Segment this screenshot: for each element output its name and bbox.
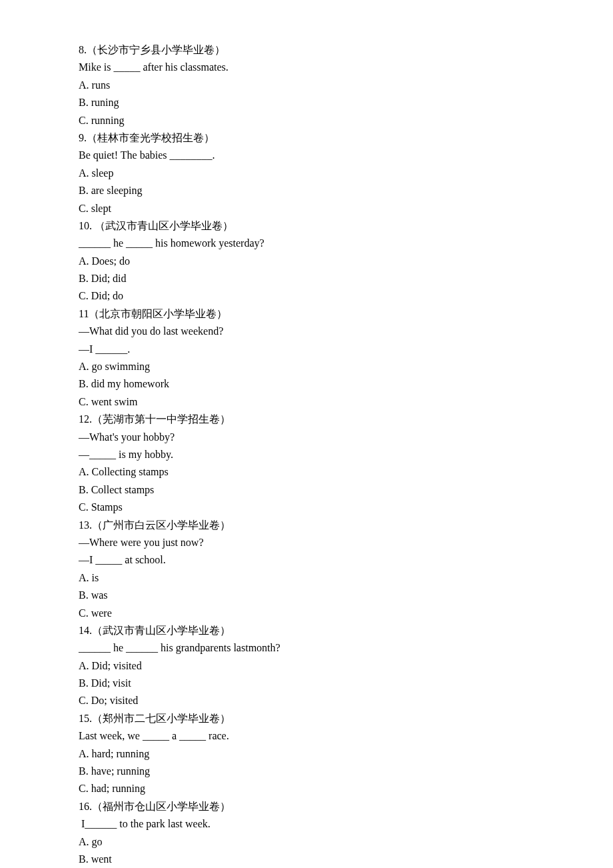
option: B. have; running — [79, 763, 613, 780]
question-stem: I______ to the park last week. — [79, 815, 613, 833]
option: A. hard; running — [79, 745, 613, 763]
option: B. was — [79, 587, 613, 604]
content-area: 8.（长沙市宁乡县小学毕业卷）Mike is _____ after his c… — [79, 41, 613, 868]
question-header: 13.（广州市白云区小学毕业卷） — [79, 517, 613, 534]
question-10: 10. （武汉市青山区小学毕业卷）______ he _____ his hom… — [79, 217, 613, 305]
question-header: 10. （武汉市青山区小学毕业卷） — [79, 217, 613, 235]
question-stem: Last week, we _____ a _____ race. — [79, 727, 613, 745]
question-header: 14.（武汉市青山区小学毕业卷） — [79, 622, 613, 639]
question-13: 13.（广州市白云区小学毕业卷）—Where were you just now… — [79, 517, 613, 622]
question-header: 8.（长沙市宁乡县小学毕业卷） — [79, 41, 613, 59]
option: C. went swim — [79, 393, 613, 411]
option: C. Do; visited — [79, 692, 613, 709]
option: C. were — [79, 605, 613, 622]
document-page: 8.（长沙市宁乡县小学毕业卷）Mike is _____ after his c… — [0, 0, 613, 868]
option: A. runs — [79, 77, 613, 94]
question-11: 11（北京市朝阳区小学毕业卷）—What did you do last wee… — [79, 305, 613, 411]
option: C. slept — [79, 200, 613, 217]
question-stem: —_____ is my hobby. — [79, 446, 613, 463]
option: C. running — [79, 112, 613, 129]
question-stem: ______ he ______ his grandparents lastmo… — [79, 639, 613, 657]
option: B. Collect stamps — [79, 481, 613, 499]
option: A. go — [79, 833, 613, 851]
question-16: 16.（福州市仓山区小学毕业卷） I______ to the park las… — [79, 798, 613, 868]
option: B. runing — [79, 94, 613, 111]
option: B. Did; did — [79, 270, 613, 287]
option: C. had; running — [79, 780, 613, 797]
question-header: 15.（郑州市二七区小学毕业卷） — [79, 710, 613, 727]
question-stem: —What did you do last weekend? — [79, 323, 613, 340]
option: C. Stamps — [79, 499, 613, 516]
question-header: 11（北京市朝阳区小学毕业卷） — [79, 305, 613, 323]
option: A. Collecting stamps — [79, 463, 613, 481]
question-8: 8.（长沙市宁乡县小学毕业卷）Mike is _____ after his c… — [79, 41, 613, 129]
question-header: 9.（桂林市奎光学校招生卷） — [79, 129, 613, 147]
question-stem: —I _____ at school. — [79, 551, 613, 569]
question-stem: —What's your hobby? — [79, 429, 613, 446]
option: A. go swimming — [79, 358, 613, 375]
option: A. is — [79, 569, 613, 587]
option: A. Does; do — [79, 253, 613, 270]
option: B. are sleeping — [79, 182, 613, 199]
question-header: 16.（福州市仓山区小学毕业卷） — [79, 798, 613, 815]
option: B. Did; visit — [79, 675, 613, 692]
question-stem: —Where were you just now? — [79, 534, 613, 551]
question-stem: —I ______. — [79, 341, 613, 358]
question-14: 14.（武汉市青山区小学毕业卷）______ he ______ his gra… — [79, 622, 613, 710]
question-stem: Mike is _____ after his classmates. — [79, 59, 613, 76]
option: A. sleep — [79, 165, 613, 182]
question-stem: ______ he _____ his homework yesterday? — [79, 235, 613, 252]
question-header: 12.（芜湖市第十一中学招生卷） — [79, 411, 613, 428]
option: C. Did; do — [79, 287, 613, 305]
question-stem: Be quiet! The babies ________. — [79, 147, 613, 164]
option: A. Did; visited — [79, 657, 613, 675]
option: B. went — [79, 851, 613, 868]
option: B. did my homework — [79, 375, 613, 393]
question-9: 9.（桂林市奎光学校招生卷）Be quiet! The babies _____… — [79, 129, 613, 217]
question-15: 15.（郑州市二七区小学毕业卷）Last week, we _____ a __… — [79, 710, 613, 798]
question-12: 12.（芜湖市第十一中学招生卷）—What's your hobby?—____… — [79, 411, 613, 516]
